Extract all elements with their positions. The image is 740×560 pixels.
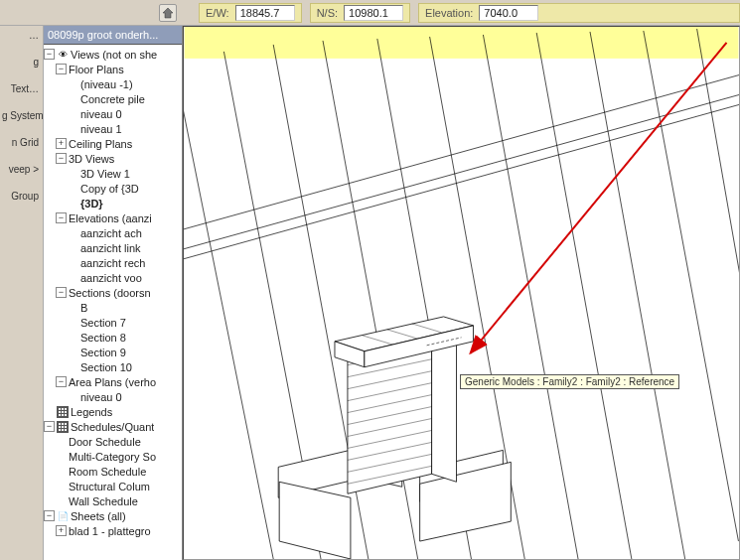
- elev-label: Elevation:: [425, 7, 473, 19]
- expander-icon[interactable]: −: [56, 212, 67, 223]
- tree-item[interactable]: aanzicht ach: [44, 225, 182, 240]
- expander-spacer: [68, 272, 78, 283]
- side-ellipsis-1[interactable]: …: [2, 30, 41, 41]
- tree-item-label: Section 7: [80, 317, 126, 329]
- tree-item-label: aanzicht ach: [80, 227, 142, 239]
- tree-item[interactable]: Copy of {3D: [44, 181, 182, 196]
- ns-coord: N/S: 10980.1: [310, 3, 410, 23]
- tree-item[interactable]: Section 8: [44, 330, 182, 345]
- 3d-viewport[interactable]: Generic Models : Family2 : Family2 : Ref…: [183, 26, 740, 560]
- ew-label: E/W:: [206, 7, 229, 19]
- side-btn-grid[interactable]: n Grid: [2, 137, 41, 148]
- side-btn-g[interactable]: g: [2, 57, 41, 68]
- tree-item-label: Sheets (all): [71, 510, 126, 522]
- side-btn-text[interactable]: Text…: [2, 83, 41, 94]
- tree-item-label: Sections (doorsn: [69, 287, 151, 299]
- tree-item[interactable]: −Elevations (aanzi: [44, 210, 182, 225]
- tree-item[interactable]: −Sheets (all): [44, 508, 182, 523]
- left-tool-column: … g Text… g System n Grid veep > Group: [0, 26, 44, 560]
- tree-item[interactable]: Section 10: [44, 359, 182, 374]
- ew-value[interactable]: 18845.7: [235, 5, 295, 21]
- expander-icon[interactable]: −: [56, 287, 67, 298]
- expander-spacer: [68, 317, 78, 328]
- svg-line-7: [536, 33, 632, 559]
- expander-spacer: [56, 436, 67, 447]
- tree-item[interactable]: Structural Colum: [44, 479, 182, 493]
- tree-item[interactable]: Door Schedule: [44, 434, 182, 449]
- tree-item[interactable]: −3D Views: [44, 151, 182, 166]
- ns-value[interactable]: 10980.1: [344, 5, 403, 21]
- tree-item[interactable]: (niveau -1): [44, 76, 182, 91]
- expander-icon[interactable]: −: [56, 376, 67, 387]
- tree-item[interactable]: −Schedules/Quant: [44, 419, 182, 434]
- side-btn-sweep[interactable]: veep >: [2, 164, 41, 175]
- tree-item[interactable]: Section 7: [44, 315, 182, 330]
- tree-item[interactable]: Section 9: [44, 345, 182, 359]
- expander-spacer: [68, 123, 78, 134]
- tree-item[interactable]: Concrete pile: [44, 91, 182, 106]
- tree-item[interactable]: aanzicht voo: [44, 270, 182, 285]
- tree-item[interactable]: Wall Schedule: [44, 493, 182, 508]
- expander-spacer: [68, 242, 78, 253]
- chimney[interactable]: [278, 317, 511, 559]
- tree-item[interactable]: aanzicht rech: [44, 255, 182, 270]
- side-btn-system[interactable]: g System: [2, 110, 41, 121]
- tree-item[interactable]: Multi-Category So: [44, 449, 182, 464]
- tree-item-label: aanzicht voo: [80, 272, 142, 284]
- expander-spacer: [68, 332, 78, 343]
- tree-item[interactable]: niveau 1: [44, 121, 182, 136]
- expander-icon[interactable]: +: [56, 525, 67, 536]
- tree-item[interactable]: −Sections (doorsn: [44, 285, 182, 300]
- tree-item[interactable]: −Floor Plans: [44, 62, 182, 76]
- ew-coord: E/W: 18845.7: [199, 3, 302, 23]
- tree-item[interactable]: +blad 1 - plattegro: [44, 523, 182, 538]
- panel-title: 08099p groot onderh...: [44, 26, 182, 45]
- tree-item[interactable]: niveau 0: [44, 106, 182, 121]
- tree-item-label: B: [80, 302, 87, 314]
- tree-item[interactable]: aanzicht link: [44, 240, 182, 255]
- expander-spacer: [68, 227, 78, 238]
- expander-spacer: [68, 391, 78, 402]
- home-icon[interactable]: [159, 4, 177, 22]
- tree-item[interactable]: {3D}: [44, 196, 182, 210]
- expander-spacer: [44, 406, 55, 417]
- tree-item-label: Wall Schedule: [69, 495, 138, 507]
- tree-item-label: Floor Plans: [69, 64, 124, 75]
- project-tree[interactable]: −Views (not on she−Floor Plans(niveau -1…: [44, 45, 182, 560]
- expander-icon[interactable]: −: [44, 421, 55, 432]
- tree-item[interactable]: Room Schedule: [44, 464, 182, 479]
- expander-spacer: [68, 347, 78, 357]
- expander-icon[interactable]: −: [56, 64, 67, 74]
- tree-item[interactable]: B: [44, 300, 182, 315]
- tree-item[interactable]: niveau 0: [44, 389, 182, 404]
- tree-item-label: Structural Colum: [69, 481, 150, 492]
- tree-item[interactable]: Legends: [44, 404, 182, 419]
- tree-item-label: Views (not on she: [71, 49, 157, 61]
- tree-item[interactable]: −Views (not on she: [44, 47, 182, 62]
- tree-item-label: Legends: [71, 406, 112, 418]
- side-btn-group[interactable]: Group: [2, 191, 41, 202]
- annotation-arrow: [470, 43, 726, 353]
- expander-icon[interactable]: +: [56, 138, 67, 149]
- ns-label: N/S:: [317, 7, 338, 19]
- expander-spacer: [56, 451, 67, 462]
- sheet-icon: [57, 510, 69, 522]
- tree-item-label: aanzicht rech: [80, 257, 145, 269]
- expander-spacer: [68, 257, 78, 268]
- elev-value[interactable]: 7040.0: [479, 5, 538, 21]
- tree-item[interactable]: 3D View 1: [44, 166, 182, 181]
- expander-spacer: [68, 198, 78, 209]
- expander-icon[interactable]: −: [44, 510, 55, 521]
- expander-spacer: [68, 183, 78, 194]
- tree-item[interactable]: −Area Plans (verho: [44, 374, 182, 389]
- tree-item-label: Copy of {3D: [80, 183, 139, 195]
- expander-spacer: [68, 78, 78, 89]
- scene-svg: [184, 27, 739, 559]
- expander-spacer: [56, 495, 67, 506]
- highlight-band: [185, 27, 739, 59]
- tree-item-label: Elevations (aanzi: [69, 212, 152, 224]
- tree-item-label: Multi-Category So: [69, 451, 156, 463]
- expander-icon[interactable]: −: [56, 153, 67, 164]
- tree-item[interactable]: +Ceiling Plans: [44, 136, 182, 151]
- expander-icon[interactable]: −: [44, 49, 55, 60]
